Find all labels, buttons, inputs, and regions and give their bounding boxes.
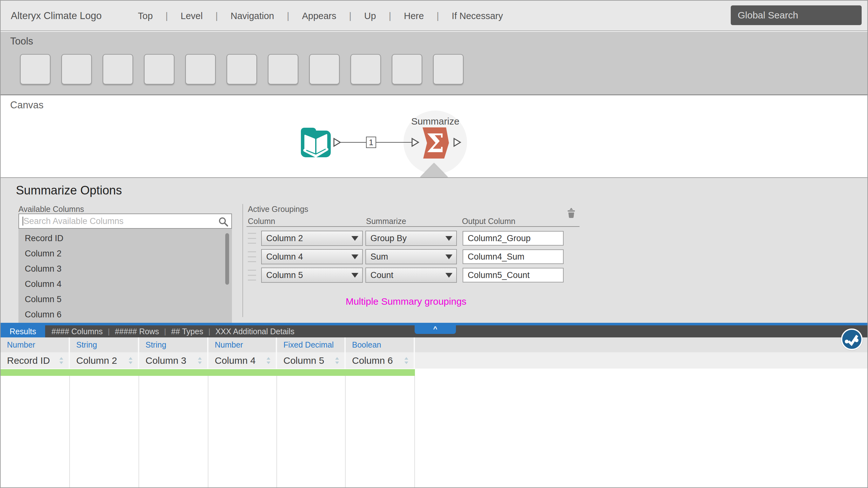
nav-item-top[interactable]: Top	[125, 11, 165, 21]
list-scrollbar-thumb[interactable]	[225, 233, 229, 285]
search-icon	[218, 216, 229, 227]
output-column-input[interactable]	[463, 268, 564, 282]
table-column	[1, 376, 70, 488]
nav-item-up[interactable]: Up	[351, 11, 389, 21]
grouping-row: Column 2 Group By	[248, 231, 564, 246]
column-dropdown[interactable]: Column 4	[261, 249, 363, 264]
highlighted-data-row[interactable]	[1, 369, 415, 376]
top-nav-bar: Alteryx Climate Logo Top | Level | Navig…	[1, 1, 867, 31]
nav-separator: |	[437, 10, 439, 21]
sigma-icon: Σ	[418, 126, 451, 159]
nav-separator: |	[349, 10, 352, 21]
list-item[interactable]: Column 4	[19, 276, 232, 292]
nav-item-here[interactable]: Here	[391, 11, 437, 21]
grouping-row: Column 5 Count	[248, 268, 564, 283]
chevron-down-icon	[445, 254, 453, 259]
nav-separator: |	[389, 10, 391, 21]
tools-palette: Tools	[1, 32, 867, 95]
list-item[interactable]: Column 6	[19, 307, 232, 322]
list-item[interactable]: Column 3	[19, 261, 232, 276]
grouping-row: Column 4 Sum	[248, 249, 564, 264]
app-logo: Alteryx Climate Logo	[11, 1, 102, 31]
tool-slot[interactable]	[433, 54, 464, 85]
nav-item-if-necessary[interactable]: If Necessary	[439, 11, 516, 21]
tool-slot[interactable]	[268, 54, 298, 85]
sort-icon[interactable]	[128, 357, 133, 364]
sort-icon[interactable]	[404, 357, 409, 364]
column-header[interactable]: Column 4	[209, 352, 277, 369]
nav-separator: |	[165, 10, 168, 21]
column-header[interactable]: Column 5	[277, 352, 346, 369]
tools-label: Tools	[10, 36, 33, 47]
table-column	[70, 376, 139, 488]
drag-handle-icon[interactable]	[248, 270, 256, 280]
input-data-tool[interactable]	[300, 126, 332, 158]
summarize-tool[interactable]: Σ	[418, 126, 451, 159]
nav-item-level[interactable]: Level	[168, 11, 215, 21]
grouping-header-rule	[247, 226, 580, 227]
stat-types: ## Types	[171, 327, 203, 336]
nav-separator: |	[287, 10, 289, 21]
summarize-dropdown[interactable]: Count	[365, 268, 457, 283]
tool-slot[interactable]	[185, 54, 216, 85]
column-header[interactable]: Column 2	[70, 352, 139, 369]
output-column-input[interactable]	[463, 249, 564, 264]
list-item[interactable]: Column 2	[19, 246, 232, 261]
tool-slot[interactable]	[392, 54, 422, 85]
tool-row	[20, 54, 464, 85]
summarize-dropdown[interactable]: Sum	[365, 249, 457, 264]
collapse-panel-button[interactable]: ^	[414, 325, 456, 334]
list-item[interactable]: Column 5	[19, 292, 232, 307]
summarize-tool-label: Summarize	[403, 116, 467, 127]
tool-slot[interactable]	[61, 54, 92, 85]
chevron-down-icon	[351, 254, 359, 259]
column-type-row: Number String String Number Fixed Decima…	[1, 337, 867, 352]
trash-icon[interactable]	[567, 208, 576, 218]
column-header[interactable]: Column 6	[346, 352, 415, 369]
connection-line	[341, 142, 412, 143]
column-dropdown[interactable]: Column 2	[261, 231, 363, 246]
stat-separator: |	[164, 327, 166, 336]
table-column	[139, 376, 209, 488]
stat-rows: ##### Rows	[115, 327, 159, 336]
tool-slot[interactable]	[350, 54, 381, 85]
tool-slot[interactable]	[144, 54, 175, 85]
chevron-down-icon	[351, 273, 359, 278]
grouping-col-header-output: Output Column	[462, 217, 515, 226]
tool-slot[interactable]	[226, 54, 257, 85]
type-cell: Boolean	[346, 337, 415, 352]
grouping-col-header-column: Column	[248, 217, 275, 226]
summarize-dropdown[interactable]: Group By	[365, 231, 457, 246]
stat-separator: |	[209, 327, 210, 336]
table-column	[346, 376, 415, 488]
column-search-input[interactable]	[24, 215, 211, 227]
type-cell: Number	[1, 337, 70, 352]
table-body	[1, 376, 415, 488]
alteryx-check-badge[interactable]	[841, 329, 863, 350]
sort-icon[interactable]	[197, 357, 202, 364]
tool-slot[interactable]	[103, 54, 133, 85]
output-column-input[interactable]	[463, 231, 564, 246]
summarize-options-panel: Summarize Options Available Columns Reco…	[1, 177, 867, 323]
tool-slot[interactable]	[20, 54, 51, 85]
sort-icon[interactable]	[266, 357, 271, 364]
column-dropdown[interactable]: Column 5	[261, 268, 363, 283]
sort-icon[interactable]	[59, 357, 64, 364]
column-header[interactable]: Record ID	[1, 352, 70, 369]
global-search-input[interactable]: Global Search	[731, 5, 862, 25]
panel-divider	[242, 204, 243, 317]
panel-pointer-triangle	[420, 163, 448, 178]
tool-slot[interactable]	[309, 54, 340, 85]
drag-handle-icon[interactable]	[248, 233, 256, 244]
chevron-down-icon	[445, 236, 453, 241]
tab-results[interactable]: Results	[1, 325, 45, 337]
sort-icon[interactable]	[335, 357, 339, 364]
nav-item-appears[interactable]: Appears	[289, 11, 349, 21]
list-item[interactable]: Record ID	[19, 231, 232, 246]
drag-handle-icon[interactable]	[248, 251, 256, 262]
table-column	[209, 376, 277, 488]
input-book-icon	[300, 126, 332, 158]
results-bar: Results #### Columns | ##### Rows | ## T…	[1, 325, 867, 337]
column-header[interactable]: Column 3	[139, 352, 209, 369]
nav-item-navigation[interactable]: Navigation	[218, 11, 287, 21]
